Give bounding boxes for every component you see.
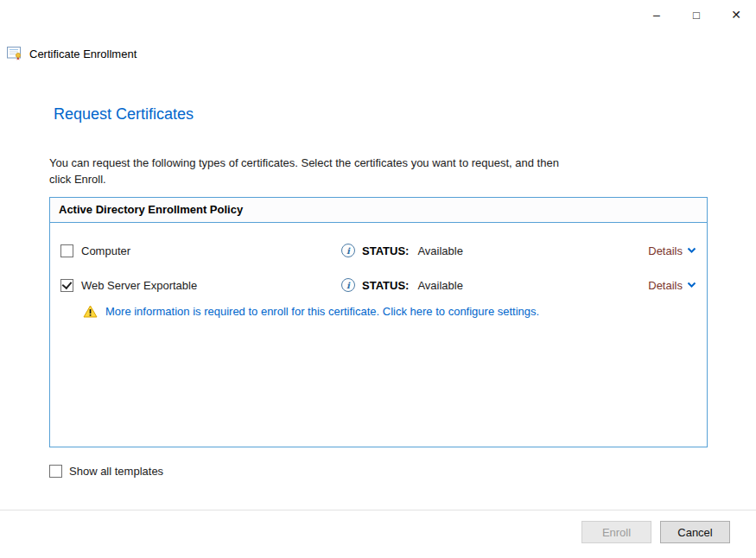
details-expander-web-server[interactable]: Details: [648, 279, 696, 292]
computer-checkbox[interactable]: [60, 244, 73, 257]
enroll-button[interactable]: Enroll: [581, 521, 651, 543]
status-label: STATUS:: [362, 279, 409, 292]
template-row-computer: Computer i STATUS: Available Details: [50, 223, 707, 257]
show-all-templates-checkbox[interactable]: [49, 465, 62, 478]
minimize-icon: –: [653, 8, 660, 22]
page-description: You can request the following types of c…: [49, 155, 559, 187]
template-label: Computer: [81, 244, 130, 257]
info-icon: i: [341, 278, 355, 292]
policy-panel-header: Active Directory Enrollment Policy: [50, 198, 707, 223]
template-status: i STATUS: Available: [341, 244, 463, 257]
show-all-templates: Show all templates: [49, 465, 163, 478]
certificate-icon: [7, 47, 23, 60]
wizard-title: Certificate Enrollment: [29, 48, 137, 60]
close-button[interactable]: ✕: [716, 0, 756, 29]
show-all-templates-label: Show all templates: [69, 465, 163, 478]
web-server-exportable-checkbox[interactable]: [60, 279, 73, 292]
template-label: Web Server Exportable: [81, 279, 197, 292]
chevron-down-icon: [687, 282, 696, 289]
minimize-button[interactable]: –: [637, 0, 677, 29]
page-description-line2: click Enroll.: [49, 171, 559, 187]
status-value: Available: [417, 279, 463, 292]
maximize-icon: □: [693, 9, 700, 22]
warning-icon: [83, 305, 98, 318]
wizard-header: Certificate Enrollment: [7, 47, 137, 60]
cancel-button[interactable]: Cancel: [660, 521, 730, 543]
warning-link-text: More information is required to enroll f…: [105, 305, 539, 318]
enrollment-policy-panel: Active Directory Enrollment Policy Compu…: [49, 197, 708, 447]
maximize-button[interactable]: □: [677, 0, 716, 29]
certificate-enrollment-window: – □ ✕ Certificate Enrollment Request Cer…: [0, 0, 756, 558]
page-title: Request Certificates: [54, 105, 194, 124]
footer-divider: [0, 510, 756, 510]
template-row-web-server-exportable: Web Server Exportable i STATUS: Availabl…: [50, 257, 707, 292]
close-icon: ✕: [731, 8, 741, 22]
details-expander-computer[interactable]: Details: [648, 244, 696, 257]
details-label: Details: [648, 244, 683, 257]
info-icon: i: [341, 244, 355, 257]
chevron-down-icon: [687, 247, 696, 254]
template-row-left: Computer: [60, 244, 341, 257]
status-label: STATUS:: [362, 244, 409, 257]
window-controls: – □ ✕: [637, 0, 756, 29]
template-status: i STATUS: Available: [341, 278, 463, 292]
details-label: Details: [648, 279, 683, 292]
more-information-link[interactable]: More information is required to enroll f…: [50, 292, 707, 318]
template-row-left: Web Server Exportable: [60, 279, 341, 292]
footer-buttons: Enroll Cancel: [581, 521, 730, 543]
status-value: Available: [417, 244, 463, 257]
page-description-line1: You can request the following types of c…: [49, 155, 559, 171]
